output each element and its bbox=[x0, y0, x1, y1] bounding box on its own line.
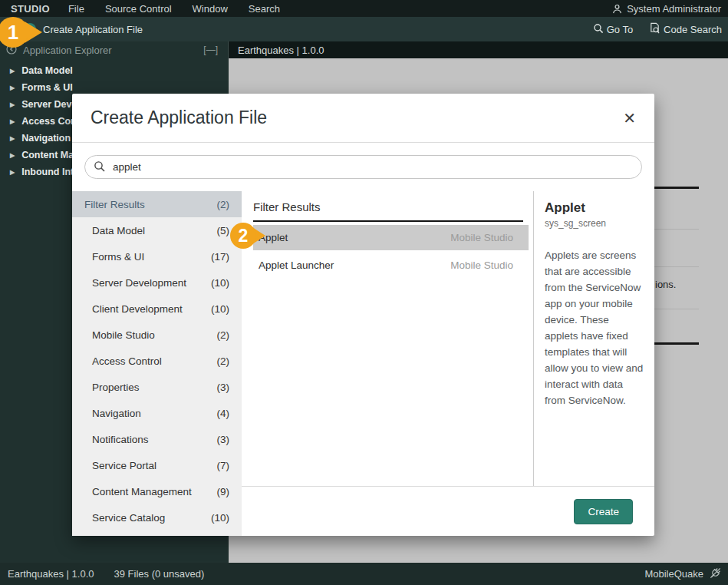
menu-item[interactable]: Window bbox=[193, 3, 228, 15]
category-item[interactable]: Data Model (5) bbox=[72, 217, 242, 243]
studio-logo: STUDIO bbox=[11, 3, 50, 15]
dialog-search-row bbox=[72, 143, 654, 191]
chevron-right-icon: ▶ bbox=[10, 169, 15, 176]
code-search-label: Code Search bbox=[664, 24, 722, 35]
category-item[interactable]: Access Control (2) bbox=[72, 348, 242, 374]
category-count: (17) bbox=[211, 251, 229, 263]
annotation-badge-2: 2 bbox=[229, 221, 267, 250]
category-count: (5) bbox=[217, 225, 230, 236]
category-label: Forms & UI bbox=[92, 251, 144, 263]
category-count: (2) bbox=[217, 199, 230, 210]
chevron-right-icon: ▶ bbox=[10, 84, 15, 91]
category-item[interactable]: Filter Results (2) bbox=[72, 191, 242, 217]
category-label: Content Management bbox=[92, 486, 192, 497]
category-label: Properties bbox=[92, 382, 140, 393]
result-name: Applet Launcher bbox=[259, 259, 334, 271]
details-title: Applet bbox=[545, 200, 644, 216]
details-description: Applets are screens that are accessible … bbox=[545, 247, 644, 408]
category-item[interactable]: Client Development (10) bbox=[72, 296, 242, 322]
studio-window: STUDIO File Source Control Window Search… bbox=[0, 0, 728, 585]
category-label: Mobile Studio bbox=[92, 329, 155, 341]
category-label: Notifications bbox=[92, 434, 149, 445]
editor-tab-bar: Earthquakes | 1.0.0 bbox=[229, 41, 728, 58]
category-item[interactable]: Content Management (9) bbox=[72, 478, 242, 504]
category-count: (10) bbox=[211, 277, 229, 289]
chevron-right-icon: ▶ bbox=[10, 152, 15, 159]
search-box bbox=[84, 155, 642, 179]
category-label: Client Development bbox=[92, 303, 183, 315]
annotation-badge-1-number: 1 bbox=[2, 21, 25, 45]
category-item[interactable]: Mobile Studio (2) bbox=[72, 322, 242, 348]
details-table-name: sys_sg_screen bbox=[545, 218, 644, 229]
chevron-right-icon: ▶ bbox=[10, 118, 15, 125]
category-count: (10) bbox=[211, 512, 229, 524]
chevron-right-icon: ▶ bbox=[10, 101, 15, 108]
toolbar: + Create Application File Go To Code Sea… bbox=[0, 17, 728, 41]
dialog-footer: Create bbox=[242, 486, 654, 536]
explorer-tree-item-label: Forms & UI bbox=[21, 82, 73, 93]
menu-item[interactable]: Source Control bbox=[105, 3, 172, 15]
category-list: Filter Results (2) Data Model (5) Forms … bbox=[72, 191, 242, 536]
category-item[interactable]: Properties (3) bbox=[72, 374, 242, 400]
dialog-main-column: Filter Results Applet Mobile Studio App bbox=[242, 191, 654, 536]
dialog-title: Create Application File bbox=[91, 107, 267, 128]
collapse-all-button[interactable]: [—] bbox=[203, 45, 218, 55]
category-count: (7) bbox=[217, 460, 230, 471]
result-row[interactable]: Applet Launcher Mobile Studio bbox=[253, 253, 529, 278]
menu-item[interactable]: File bbox=[68, 3, 84, 15]
category-item[interactable]: Forms & UI (17) bbox=[72, 243, 242, 269]
create-application-file-label: Create Application File bbox=[43, 24, 143, 35]
toolbar-right-group: Go To Code Search bbox=[593, 22, 722, 36]
result-row[interactable]: Applet Mobile Studio bbox=[253, 225, 529, 250]
annotation-badge-1: 1 bbox=[0, 15, 44, 50]
file-details-panel: Applet sys_sg_screen Applets are screens… bbox=[533, 191, 654, 486]
category-label: Access Control bbox=[92, 355, 162, 367]
user-menu[interactable]: System Administrator bbox=[612, 3, 721, 15]
code-search-button[interactable]: Code Search bbox=[649, 22, 722, 36]
status-right-group: MobileQuake bbox=[644, 567, 722, 582]
user-name: System Administrator bbox=[627, 3, 721, 15]
category-item[interactable]: Service Catalog (10) bbox=[72, 504, 242, 530]
category-count: (3) bbox=[217, 382, 230, 393]
category-item[interactable]: Service Portal (7) bbox=[72, 452, 242, 478]
category-item[interactable]: Navigation (4) bbox=[72, 400, 242, 426]
category-count: (10) bbox=[211, 303, 229, 315]
category-label: Service Catalog bbox=[92, 512, 165, 524]
create-button[interactable]: Create bbox=[574, 499, 633, 524]
explorer-tree-item-label: Data Model bbox=[21, 65, 73, 76]
category-count: (3) bbox=[217, 434, 230, 445]
explorer-tree-item[interactable]: ▶ Data Model bbox=[0, 62, 229, 79]
code-search-icon bbox=[649, 22, 660, 36]
status-bar: Earthquakes | 1.0.0 39 Files (0 unsaved)… bbox=[0, 563, 728, 585]
category-count: (9) bbox=[217, 486, 230, 497]
category-item[interactable]: Notifications (3) bbox=[72, 426, 242, 452]
file-search-input[interactable] bbox=[84, 155, 642, 179]
category-item[interactable]: Server Development (10) bbox=[72, 269, 242, 296]
menu-item[interactable]: Search bbox=[249, 3, 280, 15]
filter-results-list: Applet Mobile Studio Applet Launcher Mob… bbox=[253, 225, 533, 278]
page-fragment-text: ions. bbox=[655, 279, 676, 290]
chevron-right-icon: ▶ bbox=[10, 68, 15, 74]
dialog-panels: Filter Results Applet Mobile Studio App bbox=[242, 191, 654, 486]
category-label: Service Portal bbox=[92, 460, 156, 471]
person-icon bbox=[612, 4, 622, 14]
chevron-right-icon: ▶ bbox=[10, 135, 15, 142]
status-file-count: 39 Files (0 unsaved) bbox=[114, 568, 205, 580]
create-application-file-dialog: Create Application File ✕ Filter Results… bbox=[72, 94, 654, 536]
category-label: Data Model bbox=[92, 225, 145, 236]
filter-results-panel: Filter Results Applet Mobile Studio App bbox=[242, 191, 533, 486]
tab-earthquakes[interactable]: Earthquakes | 1.0.0 bbox=[238, 45, 324, 56]
search-icon bbox=[94, 160, 106, 176]
dialog-body: Filter Results (2) Data Model (5) Forms … bbox=[72, 191, 654, 536]
category-label: Navigation bbox=[92, 408, 141, 419]
category-label: Filter Results bbox=[84, 199, 145, 210]
status-app-version: Earthquakes | 1.0.0 bbox=[8, 568, 94, 580]
result-source: Mobile Studio bbox=[450, 232, 513, 243]
go-to-button[interactable]: Go To bbox=[593, 23, 633, 36]
explorer-tree-item-label: Navigation bbox=[21, 133, 71, 144]
category-label: Server Development bbox=[92, 277, 186, 289]
category-count: (4) bbox=[217, 408, 230, 419]
status-plugin-name: MobileQuake bbox=[644, 568, 703, 580]
close-icon[interactable]: ✕ bbox=[623, 111, 636, 126]
menu-list: File Source Control Window Search bbox=[68, 3, 280, 15]
